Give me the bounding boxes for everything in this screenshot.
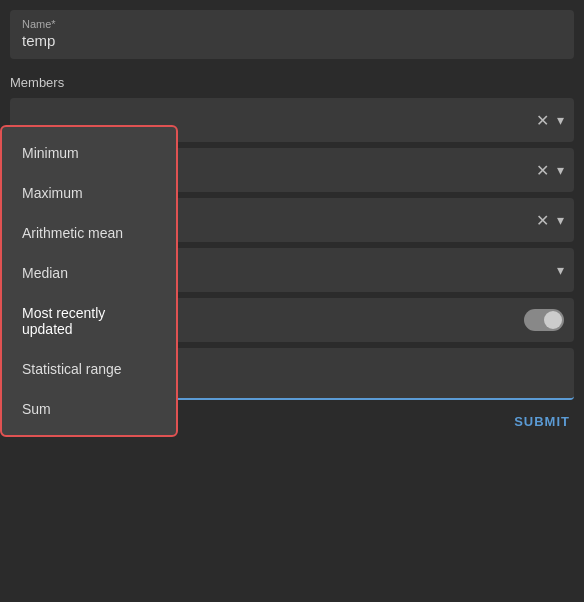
member-row-1-controls: ✕ ▾	[536, 111, 564, 130]
chevron-down-icon-4[interactable]: ▾	[557, 262, 564, 278]
toggle-switch[interactable]	[524, 309, 564, 331]
dropdown-menu: Minimum Maximum Arithmetic mean Median M…	[0, 125, 178, 437]
dropdown-item-median[interactable]: Median	[2, 253, 176, 293]
name-label: Name*	[22, 18, 562, 30]
dropdown-item-maximum[interactable]: Maximum	[2, 173, 176, 213]
chevron-down-icon-3[interactable]: ▾	[557, 212, 564, 228]
dropdown-item-sum[interactable]: Sum	[2, 389, 176, 429]
member-row-3-controls: ✕ ▾	[536, 211, 564, 230]
members-label: Members	[10, 75, 574, 90]
close-icon-2[interactable]: ✕	[536, 161, 549, 180]
toggle-knob	[544, 311, 562, 329]
submit-button[interactable]: SUBMIT	[514, 414, 570, 429]
dropdown-item-statistical-range[interactable]: Statistical range	[2, 349, 176, 389]
page-container: Name* temp Members ✕ ▾ 60 Temperature ✕ …	[0, 0, 584, 602]
name-value: temp	[22, 32, 562, 49]
name-field-container: Name* temp	[10, 10, 574, 59]
dropdown-item-arithmetic-mean[interactable]: Arithmetic mean	[2, 213, 176, 253]
member-row-2-controls: ✕ ▾	[536, 161, 564, 180]
close-icon-3[interactable]: ✕	[536, 211, 549, 230]
chevron-down-icon-1[interactable]: ▾	[557, 112, 564, 128]
dropdown-item-minimum[interactable]: Minimum	[2, 133, 176, 173]
member-row-4-controls: ▾	[557, 262, 564, 278]
dropdown-item-most-recently-updated[interactable]: Most recently updated	[2, 293, 176, 349]
close-icon-1[interactable]: ✕	[536, 111, 549, 130]
chevron-down-icon-2[interactable]: ▾	[557, 162, 564, 178]
